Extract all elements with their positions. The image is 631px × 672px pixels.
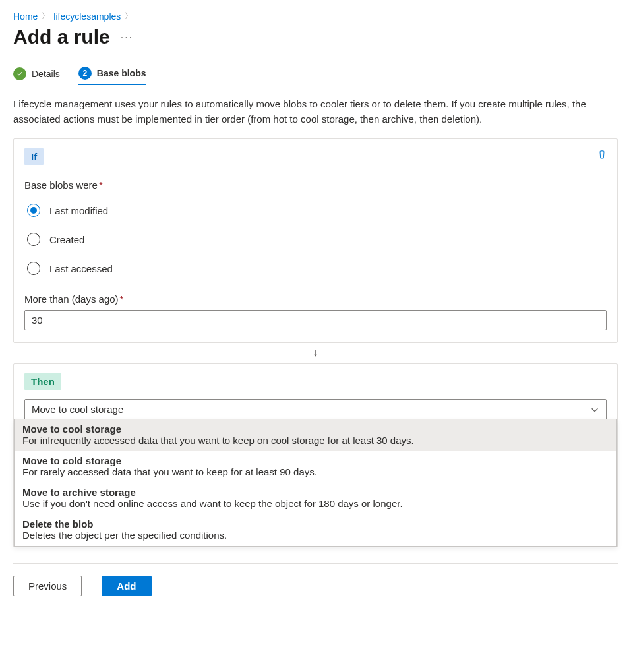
base-blobs-were-label: Base blobs were* [24, 179, 607, 191]
base-blobs-radio-group: Last modified Created Last accessed [27, 204, 607, 275]
dropdown-option-title: Move to cold storage [22, 455, 609, 466]
dropdown-option-archive[interactable]: Move to archive storage Use if you don't… [15, 483, 616, 514]
footer-buttons: Previous Add [13, 576, 618, 596]
then-action-card: Then Move to cool storage Move to cool s… [13, 363, 618, 547]
breadcrumb-item[interactable]: lifecyclesamples [53, 11, 121, 22]
previous-button[interactable]: Previous [13, 576, 82, 596]
radio-created[interactable]: Created [27, 233, 607, 246]
chevron-right-icon: 〉 [125, 11, 133, 22]
page-description: Lifecycle management uses your rules to … [13, 97, 618, 127]
dropdown-option-title: Move to archive storage [22, 487, 609, 498]
check-icon [13, 67, 26, 80]
page-title: Add a rule [13, 26, 110, 48]
dropdown-option-title: Move to cool storage [22, 423, 609, 435]
if-keyword: If [24, 148, 44, 165]
days-input[interactable] [24, 310, 607, 330]
dropdown-option-title: Delete the blob [22, 518, 609, 530]
action-dropdown-list: Move to cool storage For infrequently ac… [14, 419, 617, 547]
tab-base-blobs[interactable]: 2 Base blobs [78, 67, 146, 85]
chevron-right-icon: 〉 [42, 11, 49, 22]
wizard-tabs: Details 2 Base blobs [13, 67, 618, 85]
radio-icon [27, 204, 40, 217]
dropdown-option-desc: Use if you don't need online access and … [22, 498, 609, 509]
radio-icon [27, 233, 40, 246]
radio-last-modified-label: Last modified [49, 205, 108, 216]
radio-created-label: Created [49, 234, 84, 245]
then-keyword: Then [24, 373, 61, 390]
dropdown-option-cold[interactable]: Move to cold storage For rarely accessed… [15, 451, 616, 483]
breadcrumb: Home 〉 lifecyclesamples 〉 [13, 11, 618, 22]
chevron-down-icon [590, 405, 599, 414]
arrow-down-icon: ↓ [13, 343, 618, 363]
dropdown-option-desc: For infrequently accessed data that you … [22, 435, 609, 446]
delete-icon[interactable] [596, 148, 608, 160]
radio-last-modified[interactable]: Last modified [27, 204, 607, 217]
dropdown-option-desc: Deletes the object per the specified con… [22, 530, 609, 541]
action-dropdown[interactable]: Move to cool storage [24, 399, 607, 419]
more-actions-button[interactable]: ··· [121, 32, 133, 44]
tab-details-label: Details [32, 69, 60, 79]
radio-last-accessed[interactable]: Last accessed [27, 262, 607, 275]
dropdown-option-delete[interactable]: Delete the blob Deletes the object per t… [15, 514, 616, 546]
radio-icon [27, 262, 40, 275]
step-number-icon: 2 [78, 67, 92, 80]
days-label: More than (days ago)* [24, 293, 607, 305]
radio-last-accessed-label: Last accessed [49, 263, 113, 274]
tab-base-blobs-label: Base blobs [97, 68, 146, 78]
tab-details[interactable]: Details [13, 67, 60, 84]
breadcrumb-home[interactable]: Home [13, 11, 38, 22]
divider [13, 563, 618, 564]
if-condition-card: If Base blobs were* Last modified Create… [13, 138, 618, 343]
add-button[interactable]: Add [102, 576, 151, 596]
dropdown-option-desc: For rarely accessed data that you want t… [22, 466, 609, 477]
dropdown-option-cool[interactable]: Move to cool storage For infrequently ac… [15, 419, 616, 451]
action-dropdown-value: Move to cool storage [32, 404, 123, 415]
